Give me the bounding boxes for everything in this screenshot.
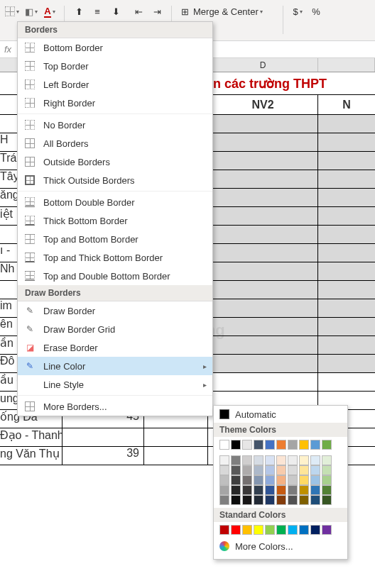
color-swatch[interactable] (265, 455, 275, 465)
color-swatch[interactable] (322, 465, 332, 475)
color-swatch[interactable] (299, 455, 309, 465)
color-swatch[interactable] (322, 475, 332, 485)
color-swatch[interactable] (219, 455, 229, 465)
color-swatch[interactable] (322, 525, 332, 535)
color-swatch[interactable] (242, 440, 252, 450)
color-swatch[interactable] (288, 440, 298, 450)
menu-line-color[interactable]: ✎Line Color▸ (18, 357, 212, 375)
borders-dropdown-button[interactable]: ▾ (3, 3, 21, 20)
menu-erase-border[interactable]: ◪Erase Border (18, 338, 212, 357)
color-swatch[interactable] (254, 475, 263, 485)
font-color-button[interactable]: A▾ (41, 3, 58, 20)
color-swatch[interactable] (288, 465, 298, 475)
color-swatch[interactable] (254, 495, 263, 505)
color-swatch[interactable] (254, 485, 263, 495)
color-automatic[interactable]: Automatic (214, 406, 347, 423)
color-swatch[interactable] (276, 525, 286, 535)
color-swatch[interactable] (231, 525, 241, 535)
color-swatch[interactable] (231, 440, 241, 450)
color-swatch[interactable] (254, 465, 263, 475)
color-swatch[interactable] (310, 475, 320, 485)
color-swatch[interactable] (219, 475, 229, 485)
color-swatch[interactable] (254, 525, 263, 535)
color-swatch[interactable] (276, 495, 286, 505)
color-swatch[interactable] (276, 475, 286, 485)
color-swatch[interactable] (322, 485, 332, 495)
menu-more-borders[interactable]: More Borders... (18, 397, 212, 416)
color-swatch[interactable] (276, 485, 286, 495)
color-swatch[interactable] (254, 455, 263, 465)
menu-right-border[interactable]: Right Border (18, 94, 212, 112)
color-swatch[interactable] (265, 525, 275, 535)
increase-indent-button[interactable]: ⇥ (148, 3, 165, 20)
color-swatch[interactable] (310, 465, 320, 475)
color-swatch[interactable] (242, 525, 252, 535)
color-swatch[interactable] (242, 455, 252, 465)
color-swatch[interactable] (299, 525, 309, 535)
color-swatch[interactable] (299, 495, 309, 505)
menu-top-thick-bottom[interactable]: Top and Thick Bottom Border (18, 248, 212, 267)
merge-center-button[interactable]: ⊞ Merge & Center ▾ (178, 3, 277, 20)
color-swatch[interactable] (310, 495, 320, 505)
color-swatch[interactable] (231, 495, 241, 505)
menu-draw-border[interactable]: ✎Draw Border (18, 301, 212, 320)
menu-line-style[interactable]: Line Style▸ (18, 375, 212, 394)
color-swatch[interactable] (288, 495, 298, 505)
color-swatch[interactable] (276, 455, 286, 465)
align-middle-button[interactable]: ≡ (89, 3, 106, 20)
menu-left-border[interactable]: Left Border (18, 75, 212, 94)
menu-top-bottom[interactable]: Top and Bottom Border (18, 230, 212, 248)
color-swatch[interactable] (288, 475, 298, 485)
color-swatch[interactable] (231, 485, 241, 495)
color-swatch[interactable] (231, 465, 241, 475)
color-swatch[interactable] (219, 465, 229, 475)
color-swatch[interactable] (265, 485, 275, 495)
decrease-indent-button[interactable]: ⇤ (130, 3, 147, 20)
menu-draw-grid[interactable]: ✎Draw Border Grid (18, 320, 212, 338)
color-swatch[interactable] (219, 495, 229, 505)
fill-color-button[interactable]: ◧▾ (23, 3, 40, 20)
color-swatch[interactable] (288, 455, 298, 465)
color-swatch[interactable] (254, 440, 263, 450)
color-swatch[interactable] (265, 440, 275, 450)
color-swatch[interactable] (299, 475, 309, 485)
color-swatch[interactable] (219, 440, 229, 450)
color-swatch[interactable] (276, 465, 286, 475)
color-swatch[interactable] (231, 455, 241, 465)
color-swatch[interactable] (242, 475, 252, 485)
color-swatch[interactable] (322, 440, 332, 450)
color-swatch[interactable] (219, 525, 229, 535)
menu-thick-outside[interactable]: Thick Outside Borders (18, 171, 212, 189)
color-swatch[interactable] (310, 455, 320, 465)
color-swatch[interactable] (265, 495, 275, 505)
color-swatch[interactable] (219, 485, 229, 495)
color-swatch[interactable] (288, 485, 298, 495)
currency-button[interactable]: $▾ (289, 3, 306, 20)
color-swatch[interactable] (310, 440, 320, 450)
color-swatch[interactable] (322, 495, 332, 505)
color-swatch[interactable] (299, 465, 309, 475)
align-bottom-button[interactable]: ⬇ (107, 3, 124, 20)
color-swatch[interactable] (322, 455, 332, 465)
col-header-d[interactable]: D (208, 58, 318, 72)
color-swatch[interactable] (242, 495, 252, 505)
color-swatch[interactable] (265, 475, 275, 485)
color-swatch[interactable] (242, 485, 252, 495)
align-top-button[interactable]: ⬆ (70, 3, 87, 20)
color-swatch[interactable] (299, 440, 309, 450)
color-swatch[interactable] (265, 465, 275, 475)
menu-thick-bottom[interactable]: Thick Bottom Border (18, 211, 212, 230)
menu-top-border[interactable]: Top Border (18, 57, 212, 75)
more-colors-button[interactable]: More Colors... (214, 538, 347, 555)
color-swatch[interactable] (299, 485, 309, 495)
color-swatch[interactable] (310, 525, 320, 535)
menu-top-double-bottom[interactable]: Top and Double Bottom Border (18, 267, 212, 285)
color-swatch[interactable] (231, 475, 241, 485)
color-swatch[interactable] (276, 440, 286, 450)
color-swatch[interactable] (288, 525, 298, 535)
menu-bottom-border[interactable]: Bottom Border (18, 38, 212, 57)
percent-button[interactable]: % (308, 3, 325, 20)
menu-all-borders[interactable]: All Borders (18, 134, 212, 152)
color-swatch[interactable] (242, 465, 252, 475)
menu-bottom-double[interactable]: Bottom Double Border (18, 193, 212, 211)
